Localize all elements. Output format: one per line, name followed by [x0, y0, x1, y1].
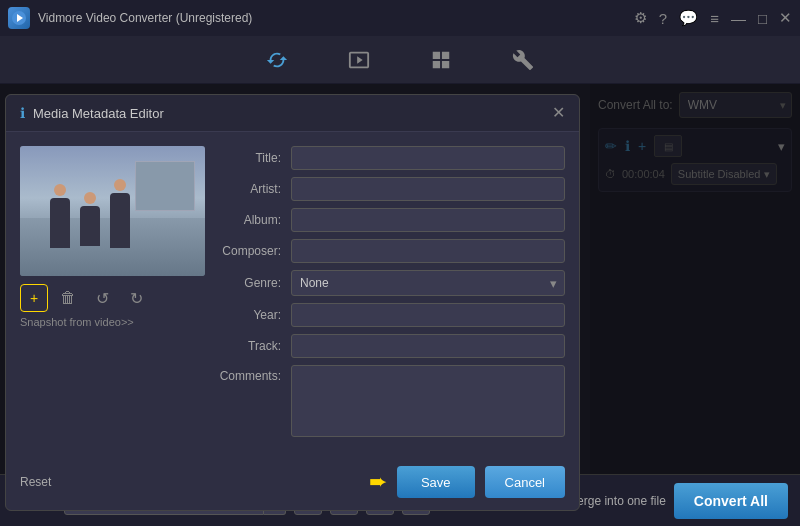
title-bar: Vidmore Video Converter (Unregistered) ⚙… — [0, 0, 800, 36]
year-input[interactable] — [291, 303, 565, 327]
album-label: Album: — [219, 213, 291, 227]
app-title: Vidmore Video Converter (Unregistered) — [38, 11, 634, 25]
genre-select[interactable]: None Pop Rock Jazz — [291, 270, 565, 296]
figure-1 — [50, 198, 70, 248]
cancel-button[interactable]: Cancel — [485, 466, 565, 498]
composer-label: Composer: — [219, 244, 291, 258]
maximize-icon[interactable]: □ — [758, 10, 767, 27]
merge-label: Merge into one file — [567, 494, 666, 508]
settings-icon[interactable]: ⚙ — [634, 9, 647, 27]
nav-toolbox[interactable] — [512, 49, 534, 71]
figure-3 — [110, 193, 130, 248]
track-input[interactable] — [291, 334, 565, 358]
track-label: Track: — [219, 339, 291, 353]
figure-2 — [80, 206, 100, 246]
album-input[interactable] — [291, 208, 565, 232]
composer-row: Composer: — [219, 239, 565, 263]
comments-row: Comments: — [219, 365, 565, 437]
year-row: Year: — [219, 303, 565, 327]
redo-button[interactable]: ↻ — [122, 284, 150, 312]
window-close-icon[interactable]: ✕ — [779, 9, 792, 27]
main-area: Convert All to: WMV MP4 AVI ✏ ℹ + ▤ ▾ ⏱ … — [0, 84, 800, 474]
title-input[interactable] — [291, 146, 565, 170]
dialog-header: ℹ Media Metadata Editor ✕ — [6, 95, 579, 132]
thumbnail-image — [20, 146, 205, 276]
genre-label: Genre: — [219, 276, 291, 290]
reset-button[interactable]: Reset — [20, 475, 51, 489]
title-row: Title: — [219, 146, 565, 170]
nav-collage[interactable] — [430, 49, 452, 71]
undo-button[interactable]: ↺ — [88, 284, 116, 312]
snapshot-link[interactable]: Snapshot from video>> — [20, 316, 205, 328]
year-label: Year: — [219, 308, 291, 322]
arrow-indicator: ➨ — [369, 469, 387, 495]
menu-icon[interactable]: ≡ — [710, 10, 719, 27]
chat-icon[interactable]: 💬 — [679, 9, 698, 27]
artist-label: Artist: — [219, 182, 291, 196]
convert-all-button[interactable]: Convert All — [674, 483, 788, 519]
save-button[interactable]: Save — [397, 466, 475, 498]
add-cover-button[interactable]: + — [20, 284, 48, 312]
artist-input[interactable] — [291, 177, 565, 201]
media-metadata-dialog: ℹ Media Metadata Editor ✕ — [5, 94, 580, 511]
comments-label: Comments: — [219, 365, 291, 383]
composer-input[interactable] — [291, 239, 565, 263]
dialog-close-button[interactable]: ✕ — [552, 105, 565, 121]
nav-bar — [0, 36, 800, 84]
thumbnail-controls: + 🗑 ↺ ↻ — [20, 284, 205, 312]
dialog-title: Media Metadata Editor — [33, 106, 552, 121]
delete-cover-button[interactable]: 🗑 — [54, 284, 82, 312]
dialog-info-icon: ℹ — [20, 105, 25, 121]
dialog-body: + 🗑 ↺ ↻ Snapshot from video>> Title: Art… — [6, 132, 579, 458]
mall-scene — [20, 146, 205, 276]
nav-convert[interactable] — [266, 49, 288, 71]
minimize-icon[interactable]: — — [731, 10, 746, 27]
comments-input[interactable] — [291, 365, 565, 437]
app-icon — [8, 7, 30, 29]
genre-row: Genre: None Pop Rock Jazz — [219, 270, 565, 296]
dialog-actions: ➨ Save Cancel — [369, 466, 565, 498]
help-icon[interactable]: ? — [659, 10, 667, 27]
artist-row: Artist: — [219, 177, 565, 201]
track-row: Track: — [219, 334, 565, 358]
storefront — [135, 161, 195, 211]
form-section: Title: Artist: Album: Composer: Genre: — [219, 146, 565, 444]
album-row: Album: — [219, 208, 565, 232]
title-label: Title: — [219, 151, 291, 165]
nav-mv[interactable] — [348, 49, 370, 71]
titlebar-controls: ⚙ ? 💬 ≡ — □ ✕ — [634, 9, 792, 27]
thumbnail-section: + 🗑 ↺ ↻ Snapshot from video>> — [20, 146, 205, 444]
dialog-footer: Reset ➨ Save Cancel — [6, 458, 579, 498]
genre-select-wrapper: None Pop Rock Jazz — [291, 270, 565, 296]
